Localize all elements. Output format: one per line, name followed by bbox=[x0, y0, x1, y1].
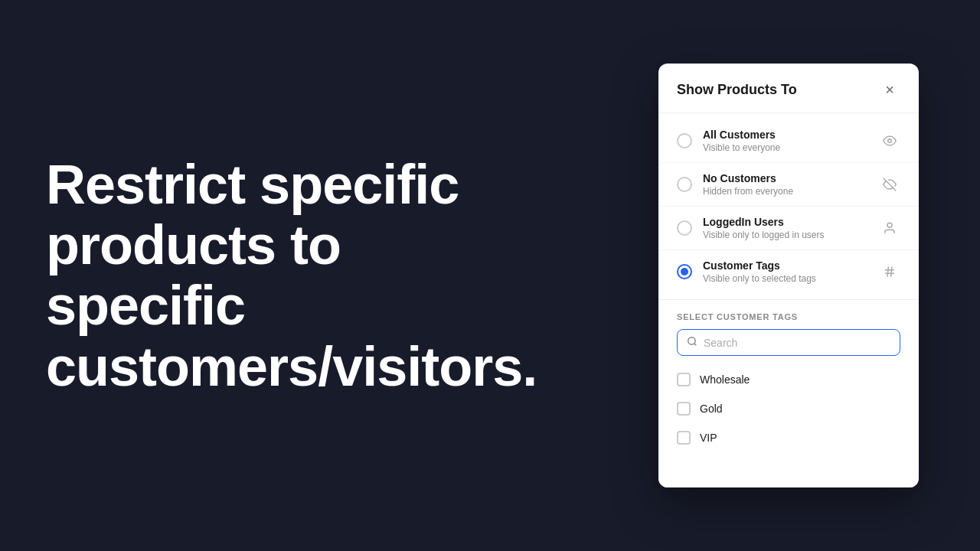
modal-overlay: Show Products To × All Customers Visible… bbox=[658, 64, 919, 487]
option-no-customers[interactable]: No Customers Hidden from everyone bbox=[658, 163, 919, 207]
tag-item-vip[interactable]: VIP bbox=[677, 423, 900, 452]
checkbox-vip[interactable] bbox=[677, 431, 691, 445]
bottom-fade bbox=[658, 465, 919, 487]
option-title-all-customers: All Customers bbox=[703, 129, 879, 141]
tag-name-wholesale: Wholesale bbox=[700, 373, 750, 386]
option-customer-tags[interactable]: Customer Tags Visible only to selected t… bbox=[658, 250, 919, 293]
hero-title: Restrict specific products to specific c… bbox=[46, 155, 521, 397]
modal-header: Show Products To × bbox=[658, 64, 919, 113]
option-text-no-customers: No Customers Hidden from everyone bbox=[703, 172, 879, 197]
tag-name-vip: VIP bbox=[700, 432, 717, 444]
radio-loggedin-users bbox=[677, 220, 692, 236]
tag-item-wholesale[interactable]: Wholesale bbox=[677, 365, 900, 394]
option-subtitle-no-customers: Hidden from everyone bbox=[703, 186, 879, 197]
svg-point-0 bbox=[888, 139, 892, 143]
option-text-customer-tags: Customer Tags Visible only to selected t… bbox=[703, 259, 879, 284]
search-icon bbox=[687, 336, 697, 349]
user-icon bbox=[879, 217, 900, 239]
modal-title: Show Products To bbox=[677, 82, 797, 98]
close-button[interactable]: × bbox=[879, 79, 900, 100]
option-loggedin-users[interactable]: LoggedIn Users Visible only to logged in… bbox=[658, 207, 919, 250]
checkbox-gold[interactable] bbox=[677, 402, 691, 416]
search-input[interactable] bbox=[704, 337, 890, 349]
option-all-customers[interactable]: All Customers Visible to everyone bbox=[658, 119, 919, 163]
modal: Show Products To × All Customers Visible… bbox=[658, 64, 919, 487]
option-title-loggedin-users: LoggedIn Users bbox=[703, 216, 879, 228]
tags-section-label: SELECT CUSTOMER TAGS bbox=[677, 312, 900, 321]
radio-no-customers bbox=[677, 177, 692, 192]
hash-icon bbox=[879, 261, 900, 282]
eye-icon bbox=[879, 130, 900, 152]
tag-list: Wholesale Gold VIP bbox=[658, 365, 919, 465]
option-title-no-customers: No Customers bbox=[703, 172, 879, 184]
tags-section: SELECT CUSTOMER TAGS bbox=[658, 300, 919, 356]
option-text-all-customers: All Customers Visible to everyone bbox=[703, 129, 879, 153]
option-text-loggedin-users: LoggedIn Users Visible only to logged in… bbox=[703, 216, 879, 240]
tag-name-gold: Gold bbox=[700, 403, 723, 415]
svg-line-6 bbox=[891, 266, 893, 277]
radio-all-customers bbox=[677, 133, 692, 148]
checkbox-wholesale[interactable] bbox=[677, 373, 691, 386]
option-title-customer-tags: Customer Tags bbox=[703, 259, 879, 272]
svg-line-8 bbox=[694, 344, 697, 346]
option-subtitle-loggedin-users: Visible only to logged in users bbox=[703, 230, 879, 240]
svg-point-2 bbox=[887, 223, 892, 227]
hero-section: Restrict specific products to specific c… bbox=[46, 155, 521, 397]
option-subtitle-all-customers: Visible to everyone bbox=[703, 142, 879, 153]
modal-body: All Customers Visible to everyone No Cus… bbox=[658, 113, 919, 299]
option-subtitle-customer-tags: Visible only to selected tags bbox=[703, 273, 879, 284]
hidden-icon bbox=[879, 174, 900, 195]
tag-item-gold[interactable]: Gold bbox=[677, 394, 900, 423]
radio-customer-tags bbox=[677, 264, 692, 279]
svg-line-5 bbox=[887, 266, 889, 277]
svg-point-7 bbox=[688, 337, 695, 344]
search-box bbox=[677, 329, 900, 356]
